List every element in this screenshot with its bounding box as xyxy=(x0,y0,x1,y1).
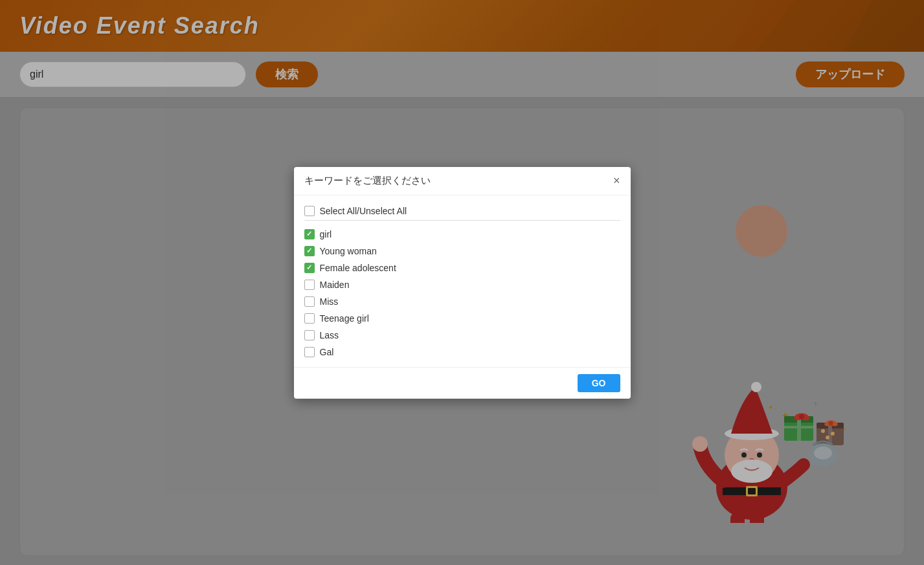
select-all-row: Select All/Unselect All xyxy=(304,202,620,221)
keyword-item: Gal xyxy=(304,344,620,360)
keyword-checkbox-wrapper-3[interactable] xyxy=(304,280,315,290)
keyword-checkbox-wrapper-2[interactable] xyxy=(304,263,315,273)
modal-header: キーワードをご選択ください × xyxy=(294,167,631,195)
keyword-item: Teenage girl xyxy=(304,310,620,327)
keyword-label: Lass xyxy=(320,330,339,340)
modal-title: キーワードをご選択ください xyxy=(304,175,431,187)
go-button[interactable]: GO xyxy=(578,374,620,392)
modal-footer: GO xyxy=(294,367,631,399)
keyword-checkbox-wrapper-0[interactable] xyxy=(304,229,315,239)
keyword-item: Miss xyxy=(304,293,620,310)
keyword-label: girl xyxy=(320,229,332,239)
keyword-item: Young woman xyxy=(304,243,620,260)
modal-dialog: キーワードをご選択ください × Select All/Unselect All … xyxy=(294,167,631,399)
keyword-label: Female adolescent xyxy=(320,263,396,273)
keyword-item: Female adolescent xyxy=(304,260,620,276)
keyword-label: Gal xyxy=(320,347,334,357)
keyword-label: Teenage girl xyxy=(320,313,369,324)
keyword-label: Miss xyxy=(320,296,339,307)
modal-overlay: キーワードをご選択ください × Select All/Unselect All … xyxy=(0,0,924,565)
keyword-item: girl xyxy=(304,226,620,243)
modal-body: Select All/Unselect All girlYoung womanF… xyxy=(294,195,631,367)
select-all-checkbox-wrapper[interactable] xyxy=(304,206,315,216)
select-all-label: Select All/Unselect All xyxy=(320,206,407,216)
modal-close-button[interactable]: × xyxy=(613,175,620,186)
keyword-checkbox-wrapper-4[interactable] xyxy=(304,296,315,307)
keyword-checkbox-wrapper-5[interactable] xyxy=(304,313,315,324)
keyword-checkbox-wrapper-7[interactable] xyxy=(304,347,315,357)
keyword-label: Young woman xyxy=(320,246,377,256)
keyword-item: Maiden xyxy=(304,276,620,293)
keyword-label: Maiden xyxy=(320,280,350,290)
keyword-item: Lass xyxy=(304,327,620,344)
keyword-checkbox-wrapper-1[interactable] xyxy=(304,246,315,256)
keyword-checkbox-wrapper-6[interactable] xyxy=(304,330,315,340)
